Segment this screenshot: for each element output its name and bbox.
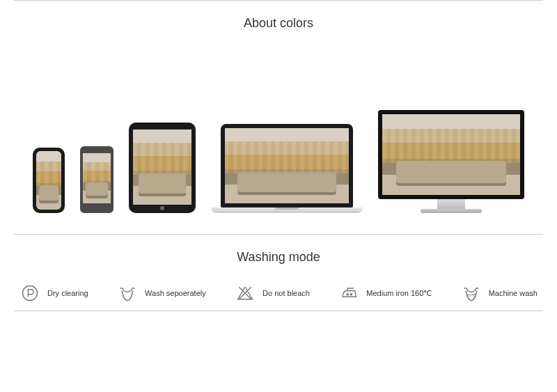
- divider-bottom: [14, 311, 543, 311]
- do-not-bleach-icon: [235, 283, 256, 304]
- svg-point-3: [347, 294, 348, 295]
- laptop-base: [211, 207, 363, 213]
- wash-item-iron: Medium iron 160℃: [338, 283, 432, 304]
- device-phone-notch: [33, 148, 65, 213]
- machine-wash-40-icon: 40℃: [461, 283, 482, 304]
- room-photo: [83, 153, 111, 203]
- device-laptop: [211, 124, 363, 213]
- wash-item-machine: 40℃ Machine wash: [461, 283, 538, 304]
- device-screen: [83, 153, 111, 203]
- monitor-frame: [378, 110, 524, 199]
- wash-label: Medium iron 160℃: [366, 289, 432, 298]
- wash-item-dry-clean: Dry clearing: [19, 283, 88, 304]
- about-colors-title: About colors: [0, 1, 557, 46]
- monitor-stand: [421, 209, 482, 213]
- monitor-neck: [437, 199, 465, 209]
- phone-frame: [80, 146, 113, 213]
- wash-label: Machine wash: [489, 289, 538, 297]
- laptop-lid: [221, 124, 353, 207]
- room-photo: [225, 128, 349, 203]
- device-monitor: [378, 110, 524, 213]
- wash-label: Do not bleach: [262, 289, 310, 297]
- room-photo: [36, 151, 61, 210]
- wash-item-no-bleach: Do not bleach: [235, 283, 310, 304]
- dry-clean-p-icon: [19, 283, 40, 304]
- wash-label: Wash sepoerately: [145, 289, 206, 297]
- washing-row: Dry clearing Wash sepoerately Do not ble…: [0, 280, 557, 311]
- device-screen: [36, 151, 61, 210]
- device-phone-android: [80, 146, 113, 213]
- devices-row: [0, 46, 557, 234]
- tablet-frame: [129, 123, 196, 213]
- device-screen: [382, 114, 520, 195]
- phone-frame: [33, 148, 65, 213]
- device-screen: [225, 128, 349, 203]
- device-screen: [133, 130, 191, 205]
- svg-point-0: [23, 286, 38, 301]
- svg-point-4: [351, 294, 352, 295]
- room-photo: [382, 114, 520, 195]
- wash-label: Dry clearing: [47, 289, 88, 297]
- room-photo: [133, 130, 191, 205]
- washing-mode-title: Washing mode: [0, 235, 557, 280]
- iron-medium-icon: [338, 283, 359, 304]
- device-tablet: [129, 123, 196, 213]
- svg-text:40℃: 40℃: [466, 292, 476, 297]
- wash-item-separate: Wash sepoerately: [117, 283, 206, 304]
- wash-separately-icon: [117, 283, 138, 304]
